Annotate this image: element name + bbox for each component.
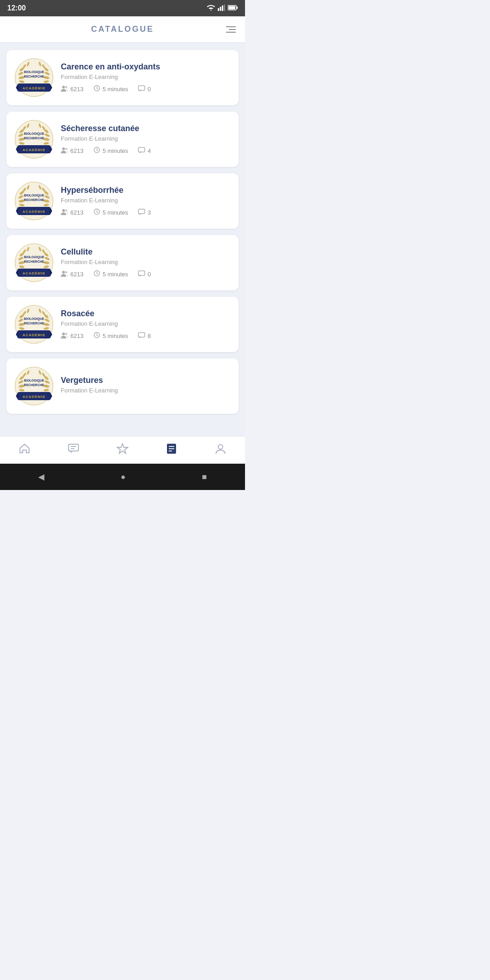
svg-point-59 <box>62 147 65 150</box>
course-badge: ACADÉMIE BIOLOGIQUE RECHERCHE <box>14 57 54 98</box>
nav-chat[interactable] <box>60 441 87 459</box>
android-back-button[interactable]: ◀ <box>29 470 54 484</box>
svg-point-118 <box>65 271 68 273</box>
nav-home[interactable] <box>11 441 38 459</box>
svg-point-117 <box>62 271 65 274</box>
home-icon <box>19 443 30 457</box>
svg-text:ACADÉMIE: ACADÉMIE <box>23 210 46 214</box>
course-badge: ACADÉMIE BIOLOGIQUE RECHERCHE <box>14 119 54 160</box>
svg-text:ACADÉMIE: ACADÉMIE <box>23 395 46 399</box>
participants-count: 6213 <box>70 271 83 278</box>
course-title: Cellulite <box>61 247 231 257</box>
svg-point-147 <box>65 333 68 335</box>
course-title: Carence en anti-oxydants <box>61 62 231 72</box>
svg-rect-6 <box>229 6 235 10</box>
participants-meta: 6213 <box>61 332 83 340</box>
status-icons <box>207 5 238 12</box>
course-meta: 6213 5 minutes <box>61 208 231 216</box>
svg-point-60 <box>65 147 68 150</box>
course-title: Hyperséborrhée <box>61 186 231 195</box>
course-card[interactable]: ACADÉMIE BIOLOGIQUE RECHERCHE Vergetures… <box>6 358 239 414</box>
svg-point-183 <box>218 445 223 449</box>
duration-value: 5 minutes <box>103 209 128 216</box>
filter-icon <box>226 26 236 33</box>
course-card[interactable]: ACADÉMIE BIOLOGIQUE RECHERCHE Hypersébor… <box>6 173 239 229</box>
course-card[interactable]: ACADÉMIE BIOLOGIQUE RECHERCHE Carence en… <box>6 50 239 105</box>
android-home-button[interactable]: ● <box>112 470 135 484</box>
course-card[interactable]: ACADÉMIE BIOLOGIQUE RECHERCHE Cellulite … <box>6 235 239 290</box>
course-badge: ACADÉMIE BIOLOGIQUE RECHERCHE <box>14 181 54 221</box>
duration-meta: 5 minutes <box>93 332 128 340</box>
svg-line-121 <box>97 274 98 274</box>
course-info: Cellulite Formation E-Learning 6213 <box>61 247 231 278</box>
clock-icon <box>93 85 100 93</box>
chat-icon <box>68 443 79 457</box>
comment-count: 3 <box>147 209 151 216</box>
course-card[interactable]: ACADÉMIE BIOLOGIQUE RECHERCHE Rosacée Fo… <box>6 297 239 352</box>
svg-rect-1 <box>220 7 221 11</box>
svg-text:ACADÉMIE: ACADÉMIE <box>23 86 46 90</box>
svg-text:BIOLOGIQUE: BIOLOGIQUE <box>24 255 44 259</box>
duration-value: 5 minutes <box>103 86 128 93</box>
course-title: Sécheresse cutanée <box>61 124 231 133</box>
comments-meta: 0 <box>138 85 151 93</box>
svg-rect-151 <box>138 333 145 337</box>
status-bar: 12:00 <box>0 0 245 16</box>
participants-icon <box>61 147 68 155</box>
participants-meta: 6213 <box>61 270 83 278</box>
course-info: Vergetures Formation E-Learning <box>61 376 231 397</box>
svg-text:ACADÉMIE: ACADÉMIE <box>23 271 46 275</box>
participants-count: 6213 <box>70 333 83 339</box>
comments-meta: 4 <box>138 147 151 155</box>
nav-catalogue[interactable] <box>158 441 185 459</box>
nav-favorites[interactable] <box>109 441 136 459</box>
participants-icon <box>61 209 68 216</box>
course-info: Hyperséborrhée Formation E-Learning 6213 <box>61 186 231 216</box>
bottom-nav <box>0 436 245 464</box>
comment-icon <box>138 85 145 93</box>
svg-text:RECHERCHE: RECHERCHE <box>24 383 44 387</box>
course-title: Vergetures <box>61 376 231 385</box>
comments-meta: 0 <box>138 270 151 278</box>
course-badge: ACADÉMIE BIOLOGIQUE RECHERCHE <box>14 366 54 407</box>
profile-icon <box>215 443 226 457</box>
svg-line-150 <box>97 335 98 336</box>
svg-rect-2 <box>222 5 223 11</box>
svg-rect-122 <box>138 271 145 275</box>
clock-icon <box>93 208 100 216</box>
svg-text:BIOLOGIQUE: BIOLOGIQUE <box>24 379 44 382</box>
course-meta: 6213 5 minutes <box>61 270 231 278</box>
duration-value: 5 minutes <box>103 271 128 278</box>
svg-rect-175 <box>69 444 78 451</box>
course-card[interactable]: ACADÉMIE BIOLOGIQUE RECHERCHE Sécheresse… <box>6 112 239 167</box>
participants-icon <box>61 85 68 93</box>
catalogue-icon <box>166 443 177 457</box>
battery-icon <box>228 5 238 12</box>
svg-text:ACADÉMIE: ACADÉMIE <box>23 333 46 337</box>
svg-point-88 <box>62 209 65 212</box>
comment-count: 0 <box>147 271 151 278</box>
comment-count: 8 <box>147 333 151 339</box>
participants-meta: 6213 <box>61 85 83 93</box>
svg-rect-0 <box>218 8 219 11</box>
svg-line-92 <box>97 212 98 213</box>
clock-icon <box>93 270 100 278</box>
duration-meta: 5 minutes <box>93 270 128 278</box>
page-title: CATALOGUE <box>91 24 154 34</box>
course-subtitle: Formation E-Learning <box>61 197 231 204</box>
nav-profile[interactable] <box>207 441 234 459</box>
comment-icon <box>138 147 145 155</box>
svg-marker-178 <box>117 444 128 453</box>
svg-line-34 <box>97 88 98 89</box>
header: CATALOGUE <box>0 16 245 43</box>
android-recent-button[interactable]: ■ <box>193 470 216 484</box>
svg-point-89 <box>65 209 68 211</box>
course-subtitle: Formation E-Learning <box>61 387 231 394</box>
svg-text:ACADÉMIE: ACADÉMIE <box>23 148 46 152</box>
comments-meta: 8 <box>138 332 151 340</box>
filter-button[interactable] <box>224 24 238 34</box>
svg-line-63 <box>97 150 98 151</box>
duration-value: 5 minutes <box>103 147 128 154</box>
android-nav: ◀ ● ■ <box>0 464 245 490</box>
duration-meta: 5 minutes <box>93 147 128 155</box>
